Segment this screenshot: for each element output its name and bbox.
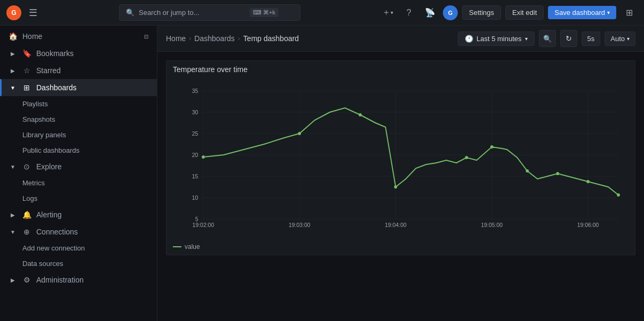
chevron-down-icon: ▾ [391,10,393,15]
sidebar-bookmarks-label: Bookmarks [36,49,74,58]
save-label: Save dashboard [554,9,605,17]
bookmark-icon: 🔖 [22,49,31,58]
expand-icon: ▶ [9,276,17,284]
public-dashboards-label: Public dashboards [22,146,79,154]
data-sources-label: Data sources [22,260,63,268]
sidebar-subitem-library-panels[interactable]: Library panels [0,127,157,143]
sidebar-subitem-logs[interactable]: Logs [0,191,157,206]
svg-text:20: 20 [192,152,198,158]
panel-title: Temperature over time [173,65,248,74]
sidebar-item-administration[interactable]: ▶ ⚙ Administration [0,271,157,288]
admin-icon: ⚙ [22,276,31,284]
question-icon: ? [407,8,411,18]
sidebar-administration-label: Administration [36,276,84,284]
svg-point-33 [617,193,620,197]
news-button[interactable]: 📡 [422,4,439,21]
temperature-chart: .axis-label { font-size: 11px; fill: #9f… [173,80,629,230]
chevron-down-icon: ▾ [627,36,630,42]
home-icon: 🏠 [9,32,17,41]
exit-edit-button[interactable]: Exit edit [505,5,544,20]
dashboard-header: Home › Dashboards › Temp dashboard 🕐 Las… [157,26,644,52]
expand-icon: ▼ [9,228,17,236]
auto-interval-button[interactable]: Auto ▾ [605,32,635,46]
snapshots-label: Snapshots [22,115,55,123]
chart-legend: value [166,240,635,255]
app-logo: G [6,5,21,20]
refresh-interval-button[interactable]: 5s [582,32,601,46]
menu-toggle-button[interactable]: ☰ [26,5,41,20]
zoom-icon: 🔍 [543,35,552,43]
svg-text:10: 10 [192,194,198,201]
svg-point-27 [394,185,397,189]
svg-text:35: 35 [192,88,198,94]
svg-point-31 [556,172,559,175]
collapse-button[interactable]: ⊞ [621,4,638,21]
panel-container: Temperature over time .axis-label { font… [157,52,644,264]
save-dashboard-button[interactable]: Save dashboard ▾ [548,6,616,19]
svg-point-28 [465,156,468,159]
svg-text:19:03:00: 19:03:00 [289,222,311,228]
clock-icon: 🕐 [465,35,473,43]
metrics-label: Metrics [22,179,45,187]
topbar-right: ＋ ▾ ? 📡 G Settings Exit edit Save dashbo… [379,4,638,21]
svg-point-24 [202,155,205,159]
help-button[interactable]: ? [400,4,417,21]
sidebar-subitem-metrics[interactable]: Metrics [0,175,157,191]
svg-text:19:04:00: 19:04:00 [385,222,407,228]
breadcrumb: Home › Dashboards › Temp dashboard [166,34,299,43]
svg-text:30: 30 [192,109,198,115]
main-layout: 🏠 Home ⊡ ▶ 🔖 Bookmarks ▶ ☆ Starred ▼ ⊞ D… [0,26,644,321]
svg-text:19:06:00: 19:06:00 [577,222,599,228]
sidebar-item-starred[interactable]: ▶ ☆ Starred [0,62,157,79]
keyboard-icon: ⌨ [253,9,261,16]
sidebar-subitem-playlists[interactable]: Playlists [0,96,157,112]
expand-icon: ▶ [9,66,17,75]
panel-header: Temperature over time [166,61,635,76]
breadcrumb-sep-2: › [238,35,240,42]
sidebar-subitem-add-connection[interactable]: Add new connection [0,240,157,256]
add-new-connection-label: Add new connection [22,244,85,252]
sidebar-dashboards-label: Dashboards [36,83,77,92]
add-panel-button[interactable]: ＋ ▾ [379,4,396,21]
breadcrumb-current: Temp dashboard [243,34,299,43]
topbar-center: 🔍 Search or jump to... ⌨ ⌘+k [41,4,379,21]
sidebar-item-bookmarks[interactable]: ▶ 🔖 Bookmarks [0,45,157,62]
chart-area: .axis-label { font-size: 11px; fill: #9f… [166,76,635,240]
time-range-label: Last 5 minutes [476,35,522,43]
svg-text:19:05:00: 19:05:00 [481,222,503,228]
svg-text:15: 15 [192,173,198,179]
search-bar-inner: 🔍 Search or jump to... ⌨ ⌘+k [126,8,279,17]
refresh-icon: ↻ [566,34,572,43]
sidebar-starred-label: Starred [36,66,61,75]
time-picker-button[interactable]: 🕐 Last 5 minutes ▾ [458,32,535,46]
global-search-bar[interactable]: 🔍 Search or jump to... ⌨ ⌘+k [119,4,300,21]
sidebar-explore-label: Explore [36,162,61,171]
sidebar-item-home[interactable]: 🏠 Home ⊡ [0,28,157,45]
sidebar-subitem-public-dashboards[interactable]: Public dashboards [0,143,157,158]
sidebar-subitem-data-sources[interactable]: Data sources [0,256,157,271]
rss-icon: 📡 [425,7,435,18]
zoom-out-button[interactable]: 🔍 [539,30,556,47]
legend-line-color [173,246,181,247]
sidebar-item-connections[interactable]: ▼ ⊕ Connections [0,223,157,240]
refresh-button[interactable]: ↻ [560,30,577,47]
user-avatar[interactable]: G [443,5,458,20]
svg-text:25: 25 [192,130,198,137]
playlists-label: Playlists [22,100,48,108]
breadcrumb-dashboards[interactable]: Dashboards [194,34,235,43]
connections-icon: ⊕ [22,228,31,236]
library-panels-label: Library panels [22,131,66,139]
sidebar-subitem-snapshots[interactable]: Snapshots [0,112,157,127]
star-icon: ☆ [22,66,31,75]
breadcrumb-home[interactable]: Home [166,34,186,43]
sidebar-item-alerting[interactable]: ▶ 🔔 Alerting [0,206,157,223]
content-area: Home › Dashboards › Temp dashboard 🕐 Las… [157,26,644,321]
settings-button[interactable]: Settings [462,5,501,20]
svg-text:19:02:00: 19:02:00 [193,222,214,228]
sidebar-item-explore[interactable]: ▼ ⊙ Explore [0,158,157,175]
search-icon: 🔍 [126,9,134,17]
sidebar-item-dashboards[interactable]: ▼ ⊞ Dashboards [0,79,157,96]
sidebar-alerting-label: Alerting [36,210,61,219]
dashboards-icon: ⊞ [22,83,31,92]
plus-icon: ＋ [382,7,391,18]
